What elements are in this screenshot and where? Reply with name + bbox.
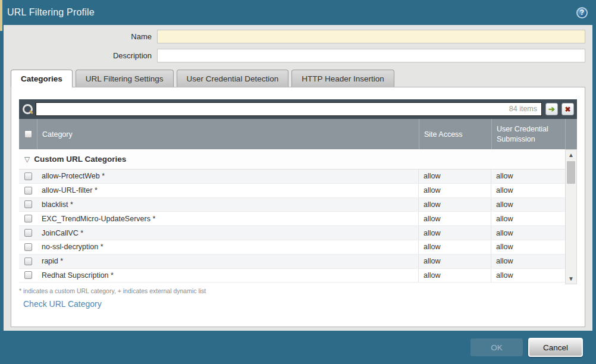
- site-access-cell: allow: [419, 269, 491, 283]
- legend-footnote: * indicates a custom URL category, + ind…: [19, 287, 577, 294]
- user-credential-submission-cell: allow: [491, 170, 565, 183]
- dialog-titlebar: URL Filtering Profile ?: [0, 0, 596, 25]
- collapse-triangle-icon[interactable]: ▽: [24, 155, 30, 164]
- dialog-body: Name Description Categories URL Filterin…: [4, 25, 592, 331]
- row-checkbox[interactable]: [24, 243, 32, 251]
- table-row[interactable]: blacklist * allow allow: [19, 198, 565, 212]
- tab-user-credential-detection[interactable]: User Credential Detection: [177, 70, 289, 87]
- table-row[interactable]: EXC_TrendMicro-UpdateServers * allow all…: [19, 212, 565, 226]
- scroll-up-icon[interactable]: ▲: [566, 150, 576, 160]
- row-checkbox[interactable]: [24, 200, 32, 208]
- table-row[interactable]: Redhat Supscription * allow allow: [19, 269, 565, 283]
- row-checkbox[interactable]: [24, 258, 32, 265]
- select-all-checkbox[interactable]: [24, 130, 32, 138]
- scrollbar-thumb[interactable]: [567, 161, 575, 184]
- rows-container: allow-ProtectWeb * allow allow allow-URL…: [19, 170, 565, 283]
- site-access-cell: allow: [419, 198, 491, 212]
- table-header: Category Site Access User Credential Sub…: [19, 119, 577, 149]
- site-access-cell: allow: [419, 226, 491, 240]
- user-credential-submission-cell: allow: [491, 212, 565, 225]
- vertical-scrollbar[interactable]: ▲ ▼: [565, 149, 577, 284]
- tab-http-header-insertion[interactable]: HTTP Header Insertion: [291, 70, 394, 87]
- row-checkbox[interactable]: [24, 271, 32, 279]
- tab-url-filtering-settings[interactable]: URL Filtering Settings: [76, 70, 174, 87]
- table-row[interactable]: JoinCallVC * allow allow: [19, 226, 565, 240]
- user-credential-submission-cell: allow: [491, 240, 565, 254]
- dialog-footer: OK Cancel: [0, 331, 596, 364]
- check-url-category-link[interactable]: Check URL Category: [23, 299, 102, 309]
- user-credential-submission-cell: allow: [491, 255, 565, 268]
- scroll-down-icon[interactable]: ▼: [566, 274, 576, 284]
- user-credential-submission-cell: allow: [491, 198, 565, 212]
- description-field[interactable]: [157, 49, 585, 62]
- tab-bar: Categories URL Filtering Settings User C…: [11, 70, 585, 87]
- row-checkbox[interactable]: [24, 215, 32, 222]
- category-cell: blacklist *: [37, 198, 419, 212]
- column-header-site-access[interactable]: Site Access: [419, 119, 491, 149]
- table-row[interactable]: no-ssl-decryption * allow allow: [19, 240, 565, 255]
- group-label: Custom URL Categories: [34, 155, 126, 164]
- category-cell: allow-URL-filter *: [37, 184, 419, 197]
- site-access-cell: allow: [419, 170, 491, 183]
- group-row-custom-url-categories[interactable]: ▽ Custom URL Categories: [19, 149, 565, 170]
- categories-panel: 84 items ➔ ✖ Category Site Access User C…: [11, 87, 585, 327]
- row-checkbox[interactable]: [24, 229, 32, 237]
- category-cell: no-ssl-decryption *: [37, 240, 419, 254]
- ok-button[interactable]: OK: [470, 338, 523, 356]
- search-bar: 84 items ➔ ✖: [19, 99, 577, 119]
- category-cell: EXC_TrendMicro-UpdateServers *: [37, 212, 419, 225]
- name-field[interactable]: [157, 30, 585, 43]
- table-row[interactable]: rapid * allow allow: [19, 255, 565, 269]
- tab-categories[interactable]: Categories: [11, 70, 73, 87]
- table-row[interactable]: allow-ProtectWeb * allow allow: [19, 170, 565, 184]
- column-header-category[interactable]: Category: [37, 119, 419, 149]
- help-icon[interactable]: ?: [576, 7, 588, 18]
- table-row[interactable]: allow-URL-filter * allow allow: [19, 184, 565, 198]
- table-body: ▽ Custom URL Categories allow-ProtectWeb…: [19, 149, 565, 284]
- header-scrollbar-gap: [565, 119, 577, 149]
- cancel-button[interactable]: Cancel: [528, 338, 583, 357]
- user-credential-submission-cell: allow: [491, 184, 565, 197]
- background-sliver: [0, 0, 2, 31]
- user-credential-submission-cell: allow: [491, 226, 565, 240]
- category-cell: allow-ProtectWeb *: [37, 170, 419, 183]
- name-row: Name: [11, 30, 585, 43]
- category-cell: Redhat Supscription *: [37, 269, 419, 283]
- column-header-user-credential-submission[interactable]: User Credential Submission: [491, 119, 565, 149]
- search-icon: [21, 103, 33, 115]
- apply-filter-button[interactable]: ➔: [545, 103, 558, 115]
- table-body-wrap: ▽ Custom URL Categories allow-ProtectWeb…: [19, 149, 577, 284]
- site-access-cell: allow: [419, 240, 491, 254]
- site-access-cell: allow: [419, 212, 491, 225]
- row-checkbox[interactable]: [24, 187, 32, 194]
- dialog-title: URL Filtering Profile: [7, 7, 95, 18]
- name-label: Name: [11, 32, 157, 41]
- description-label: Description: [11, 51, 157, 60]
- category-cell: rapid *: [37, 255, 419, 268]
- clear-filter-button[interactable]: ✖: [562, 103, 574, 115]
- select-all-cell: [19, 119, 37, 149]
- user-credential-submission-cell: allow: [491, 269, 565, 283]
- search-input[interactable]: [36, 102, 542, 116]
- site-access-cell: allow: [419, 184, 491, 197]
- site-access-cell: allow: [419, 255, 491, 268]
- description-row: Description: [11, 49, 585, 62]
- category-cell: JoinCallVC *: [37, 226, 419, 240]
- row-checkbox[interactable]: [24, 172, 32, 180]
